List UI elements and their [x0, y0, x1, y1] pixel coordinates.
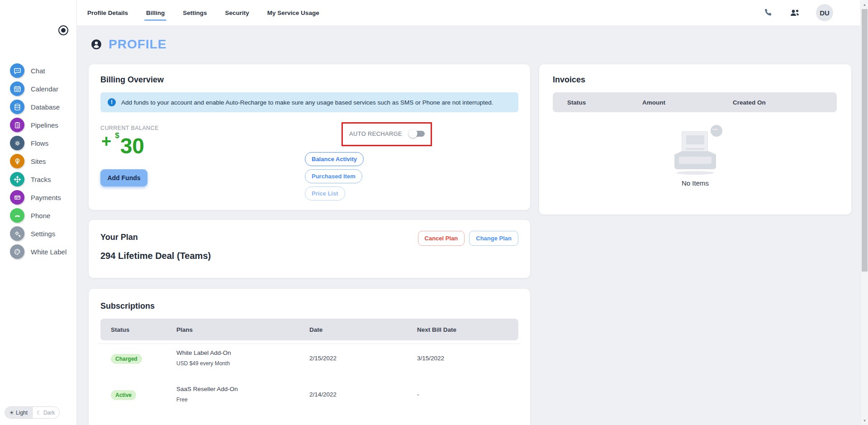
chat-icon	[10, 63, 24, 78]
info-icon: !	[108, 98, 116, 106]
sidebar-item-calendar[interactable]: Calendar	[0, 80, 76, 98]
sun-icon: ☀	[9, 410, 14, 416]
table-row: Active SaaS Reseller Add-On Free 2/14/20…	[100, 378, 518, 414]
tracks-icon	[10, 172, 24, 186]
table-row: Charged White Label Add-On USD $49 every…	[100, 342, 518, 377]
subscriptions-table-header: Status Plans Date Next Bill Date	[100, 319, 518, 340]
users-icon[interactable]	[789, 8, 801, 18]
invoices-title: Invoices	[553, 75, 585, 85]
profile-tabs: Profile Details Billing Settings Securit…	[86, 0, 320, 25]
add-funds-button[interactable]: Add Funds	[100, 169, 147, 186]
next-bill-cell: 3/15/2022	[417, 355, 444, 362]
sidebar-item-sites[interactable]: Sites	[0, 152, 76, 170]
sidebar-item-flows[interactable]: Flows	[0, 134, 76, 152]
sidebar-item-white-label[interactable]: White Label	[0, 243, 76, 261]
status-badge: Active	[111, 390, 136, 400]
sidebar-item-label: Calendar	[31, 85, 58, 93]
theme-dark-label: Dark	[43, 410, 55, 416]
flows-icon	[10, 136, 24, 150]
sidebar-collapse-toggle-icon[interactable]	[58, 25, 68, 35]
invoices-table-header: Status Amount Created On	[553, 92, 837, 112]
tab-billing[interactable]: Billing	[145, 1, 166, 24]
next-bill-cell: -	[417, 391, 419, 398]
sidebar-item-label: Chat	[31, 67, 45, 75]
profile-icon	[90, 38, 102, 50]
your-plan-card: Your Plan Cancel Plan Change Plan 294 Li…	[89, 220, 530, 278]
empty-inbox-illustration	[668, 128, 722, 173]
billing-overview-title: Billing Overview	[100, 75, 164, 85]
subscriptions-title: Subscriptions	[100, 301, 155, 311]
sites-icon	[10, 154, 24, 168]
tab-profile-details[interactable]: Profile Details	[86, 1, 129, 24]
invoices-empty-state: No Items	[539, 128, 851, 187]
scroll-up-icon[interactable]: ▲	[861, 1, 868, 8]
plan-cell: White Label Add-On	[176, 349, 231, 356]
date-cell: 2/14/2022	[309, 391, 337, 398]
billing-info-banner: ! Add funds to your account and enable A…	[100, 92, 518, 112]
scrollbar-thumb[interactable]	[862, 9, 868, 272]
balance-amount: 30	[120, 134, 144, 158]
app-window: Chat Calendar Database Pipelines	[0, 0, 868, 425]
chat-bubble-icon	[711, 125, 722, 137]
vertical-scrollbar: ▲ ▼	[860, 0, 868, 425]
sidebar-item-label: Tracks	[31, 176, 51, 183]
date-cell: 2/15/2022	[309, 355, 337, 362]
pipelines-icon	[10, 118, 24, 132]
sidebar-item-label: Payments	[31, 194, 61, 201]
sidebar-item-label: Settings	[31, 230, 55, 238]
invoices-col-amount: Amount	[642, 99, 665, 106]
sidebar-item-database[interactable]: Database	[0, 98, 76, 116]
sidebar-item-tracks[interactable]: Tracks	[0, 170, 76, 188]
purchased-item-button[interactable]: Purchased Item	[305, 169, 362, 183]
plan-sub-cell: Free	[176, 396, 188, 403]
auto-recharge-toggle[interactable]	[408, 129, 426, 138]
database-icon	[10, 100, 24, 114]
tab-settings[interactable]: Settings	[182, 1, 208, 24]
moon-icon: ☾	[37, 410, 42, 416]
sidebar-item-label: Database	[31, 103, 60, 111]
theme-dark-button[interactable]: ☾ Dark	[32, 407, 60, 418]
tab-security[interactable]: Security	[224, 1, 250, 24]
cancel-plan-button[interactable]: Cancel Plan	[418, 231, 465, 246]
subs-col-date: Date	[309, 326, 323, 333]
tab-my-service-usage[interactable]: My Service Usage	[266, 1, 320, 24]
sidebar-nav: Chat Calendar Database Pipelines	[0, 62, 76, 261]
sidebar-item-label: Pipelines	[31, 121, 58, 129]
change-plan-button[interactable]: Change Plan	[469, 231, 518, 246]
invoices-card: Invoices Status Amount Created On No Ite…	[539, 64, 851, 215]
plan-sub-cell: USD $49 every Month	[176, 360, 230, 367]
page-title-text: PROFILE	[109, 37, 166, 52]
balance-sign: +	[101, 132, 111, 151]
status-badge: Charged	[111, 354, 142, 364]
plan-cell: SaaS Reseller Add-On	[176, 386, 238, 392]
theme-light-button[interactable]: ☀ Light	[5, 407, 32, 418]
subscriptions-card: Subscriptions Status Plans Date Next Bil…	[89, 289, 530, 425]
scroll-down-icon[interactable]: ▼	[861, 417, 868, 424]
subs-col-status: Status	[111, 326, 129, 333]
balance-activity-button[interactable]: Balance Activity	[305, 152, 364, 166]
phone-icon	[10, 208, 24, 223]
plan-name: 294 Lifetime Deal (Teams)	[100, 251, 211, 261]
invoices-col-status: Status	[567, 99, 586, 106]
sidebar-item-settings[interactable]: Settings	[0, 224, 76, 243]
theme-toggle: ☀ Light ☾ Dark	[5, 406, 60, 419]
payments-icon	[10, 190, 24, 205]
sidebar-item-label: Sites	[31, 158, 46, 165]
sidebar-item-label: Phone	[31, 212, 50, 220]
billing-overview-card: Billing Overview ! Add funds to your acc…	[89, 64, 530, 210]
price-list-button[interactable]: Price List	[305, 186, 345, 201]
phone-call-icon[interactable]	[764, 8, 773, 18]
subs-col-next-bill-date: Next Bill Date	[417, 326, 456, 333]
theme-light-label: Light	[16, 410, 28, 416]
billing-info-text: Add funds to your account and enable Aut…	[121, 99, 493, 106]
current-balance-label: CURRENT BALANCE	[100, 125, 159, 131]
sidebar-item-phone[interactable]: Phone	[0, 206, 76, 224]
sidebar-item-pipelines[interactable]: Pipelines	[0, 116, 76, 134]
your-plan-title: Your Plan	[100, 233, 138, 242]
sidebar-item-chat[interactable]: Chat	[0, 62, 76, 80]
sidebar-item-payments[interactable]: Payments	[0, 188, 76, 206]
no-items-text: No Items	[682, 179, 709, 187]
current-balance-value: +$30	[101, 131, 144, 158]
top-navigation-bar: Profile Details Billing Settings Securit…	[77, 0, 860, 25]
user-avatar[interactable]: DU	[816, 4, 833, 21]
